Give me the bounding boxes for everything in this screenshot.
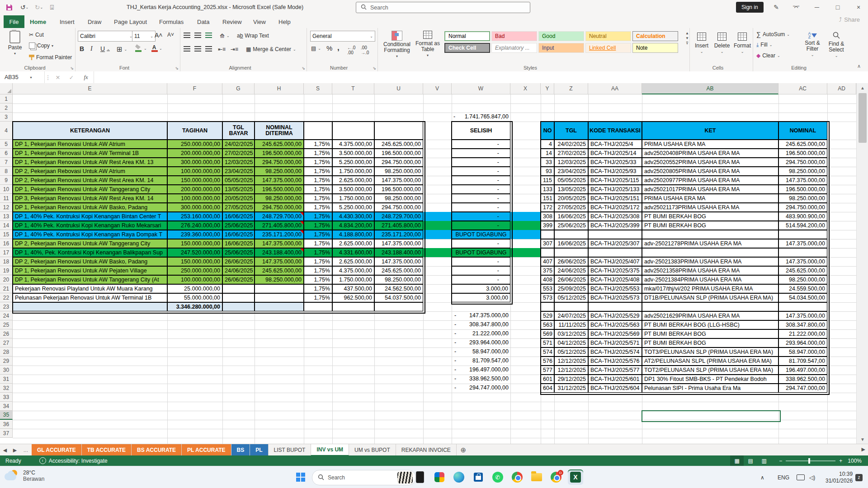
style-bad[interactable]: Bad (491, 31, 537, 41)
cell-U18[interactable]: 147.375.000,00 (374, 257, 423, 266)
row-header-30[interactable]: 30 (0, 366, 13, 375)
cell-F11[interactable]: 100.000.000,00 (167, 194, 222, 203)
cell-W11[interactable]: - (452, 194, 510, 203)
cell-Z26[interactable]: 03/12/2025 (554, 329, 588, 338)
cell-U22[interactable]: 54.037.500,00 (374, 293, 423, 302)
borders-button[interactable]: ⊞⌄ (117, 45, 127, 53)
cell-U8[interactable]: 98.250.000,00 (374, 167, 423, 176)
edge-icon[interactable] (451, 469, 467, 485)
cell-F8[interactable]: 100.000.000,00 (167, 167, 222, 176)
number-dialog-launcher[interactable]: ⇘ (373, 66, 376, 70)
column-header-V[interactable]: V (423, 83, 452, 94)
cell-G14[interactable]: 25/06/2025 (222, 221, 255, 230)
cell-Z27[interactable]: 04/12/2025 (554, 338, 588, 347)
header-tagihan[interactable]: TAGIHAN (167, 122, 222, 140)
cell-F6[interactable]: 200.000.000,00 (167, 149, 222, 158)
page-break-view-icon[interactable]: ▥ (757, 455, 771, 466)
cell-T8[interactable]: 1.750.000,00 (332, 167, 374, 176)
header-no[interactable]: NO (541, 122, 554, 140)
cell-E18[interactable]: DP 2, Pekerjaan Renovasi Untuk AW Basko,… (13, 257, 167, 266)
cell-S8[interactable]: 1,75% (304, 167, 332, 176)
tab-help[interactable]: Help (277, 15, 292, 28)
cell-U10[interactable]: 196.500.000,00 (374, 185, 423, 194)
row-header-17[interactable]: 17 (0, 248, 13, 257)
cell-AC24[interactable]: 147.375.000,00 (778, 311, 827, 320)
insert-cells-button[interactable]: Insert⌄ (692, 33, 711, 55)
cell-Y21[interactable]: 553 (541, 284, 554, 293)
row-header-12[interactable]: 12 (0, 203, 13, 212)
cell-S22[interactable]: 1,75% (304, 293, 332, 302)
row-header-13[interactable]: 13 (0, 212, 13, 221)
row-header-6[interactable]: 6 (0, 149, 13, 158)
style-normal[interactable]: Normal (444, 31, 490, 41)
zoom-out-icon[interactable]: − (779, 458, 782, 464)
cell-AA22[interactable]: BCA-THJ/2025/573 (588, 293, 642, 302)
style-linked-cell[interactable]: Linked Cell (585, 43, 631, 53)
sort-filter-button[interactable]: AZ Sort & Filter⌄ (802, 32, 823, 58)
cell-E16[interactable]: DP 2, Pekerjaan Renovasi Untuk AW Tangge… (13, 239, 167, 248)
cell-AA24[interactable]: BCA-THJ/2025/529 (588, 311, 642, 320)
cell-T9[interactable]: 2.625.000,00 (332, 176, 374, 185)
cell-AA15[interactable] (588, 230, 642, 239)
chrome-profile-icon[interactable]: D (548, 469, 564, 485)
cell-Z23[interactable] (554, 302, 588, 311)
cell-H17[interactable]: 243.188.400,00 (255, 248, 304, 257)
cell-E22[interactable]: Pelunasan Pekerjaan Renovasi Untuk AW Te… (13, 293, 167, 302)
cell-Z11[interactable]: 20/05/2025 (554, 194, 588, 203)
column-header-Z[interactable]: Z (554, 83, 588, 94)
row-header-34[interactable]: 34 (0, 402, 13, 411)
cell-S7[interactable]: 1,75% (304, 158, 332, 167)
header-tgl[interactable]: TGL (554, 122, 588, 140)
cell-W29[interactable]: 81.709.547,00 (452, 357, 510, 366)
redo-icon[interactable]: ↻⌄ (33, 2, 45, 13)
align-top-icon[interactable] (184, 33, 190, 38)
style-explanatory[interactable]: Explanatory ... (491, 43, 537, 53)
cell-AA30[interactable]: BCA-THJ/2025/577 (588, 366, 642, 375)
cell-T17[interactable]: 4.331.600,00 (332, 248, 374, 257)
cell-E14[interactable]: DP 1, 40% Pek. Kontruksi Kopi Kenangan R… (13, 221, 167, 230)
undo-icon[interactable]: ↺⌄ (18, 2, 31, 13)
cell-U6[interactable]: 196.500.000,00 (374, 149, 423, 158)
cell-G19[interactable]: 24/06/2025 (222, 266, 255, 275)
cell-AA7[interactable]: BCA-THJ/2025/33 (588, 158, 642, 167)
cell-T13[interactable]: 4.430.300,00 (332, 212, 374, 221)
cell-Y28[interactable]: 574 (541, 347, 554, 357)
normal-view-icon[interactable]: ▦ (730, 455, 744, 466)
column-header-X[interactable]: X (510, 83, 541, 94)
cell-Z16[interactable]: 16/06/2025 (554, 239, 588, 248)
cell-H13[interactable]: 248.729.700,00 (255, 212, 304, 221)
vertical-scroll-thumb[interactable] (859, 93, 867, 143)
cell-Z9[interactable]: 05/05/2025 (554, 176, 588, 185)
tray-expand-icon[interactable]: ∧ (760, 466, 764, 488)
cell-Z6[interactable]: 27/02/2025 (554, 149, 588, 158)
cell-W31[interactable]: 338.962.500,00 (452, 375, 510, 384)
focus-assist-icon[interactable]: z (855, 466, 863, 488)
cell-U19[interactable]: 245.625.000,00 (374, 266, 423, 275)
cell-T5[interactable]: 4.375.000,00 (332, 140, 374, 149)
decrease-decimal-icon[interactable]: .00→.0 (361, 45, 369, 55)
row-header-32[interactable]: 32 (0, 384, 13, 393)
cell-W16[interactable]: - (452, 239, 510, 248)
cell-E8[interactable]: DP 2, Pekerjaan Rebovasi Untuk AW Atrium (13, 167, 167, 176)
sheet-tab-pl-accurate[interactable]: PL ACCURATE (182, 444, 231, 456)
accessibility-status[interactable]: i Accessibility: Investigate (39, 457, 108, 464)
cell-AA6[interactable]: BCA-THJ/2025/14 (588, 149, 642, 158)
cell-AC10[interactable]: 196.500.000,00 (778, 185, 827, 194)
header-blank-S[interactable] (304, 122, 332, 140)
cell-U15[interactable]: 235.171.200,00 (374, 230, 423, 239)
cut-button[interactable]: ✂Cut (29, 32, 44, 38)
vertical-scrollbar[interactable]: ▲ ▼ (856, 83, 868, 444)
cell-H23[interactable] (255, 302, 304, 311)
cell-Y8[interactable]: 93 (541, 167, 554, 176)
cell-AB24[interactable]: adv25021629PRIMA USAHA ERA MA (642, 311, 778, 320)
font-size-combo[interactable]: 11⌄ (132, 31, 156, 42)
tab-formulas[interactable]: Formulas (157, 15, 185, 28)
cell-H15[interactable]: 235.171.200,00 (255, 230, 304, 239)
cell-W24[interactable]: 147.375.000,00 (452, 311, 510, 320)
cell-S16[interactable]: 1,75% (304, 239, 332, 248)
cell-Z7[interactable]: 12/03/2025 (554, 158, 588, 167)
clipboard-dialog-launcher[interactable]: ⇘ (70, 66, 74, 70)
cell-AC13[interactable]: 483.900.900,00 (778, 212, 827, 221)
increase-decimal-icon[interactable]: ←.0.00 (347, 45, 355, 55)
cell-AC17[interactable] (778, 248, 827, 257)
